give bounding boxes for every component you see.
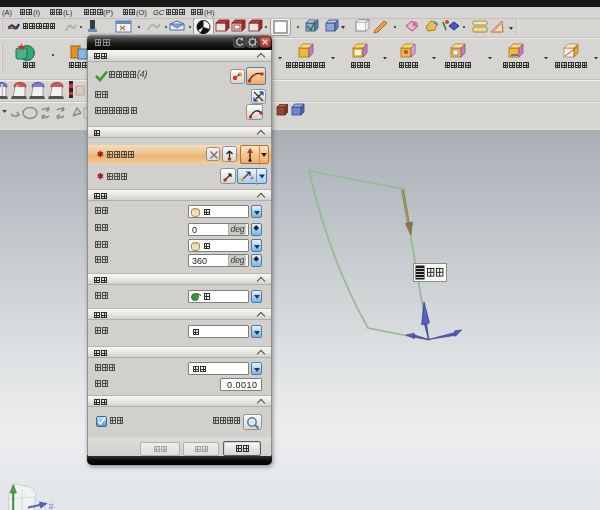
svg-text:o: o xyxy=(16,83,19,89)
